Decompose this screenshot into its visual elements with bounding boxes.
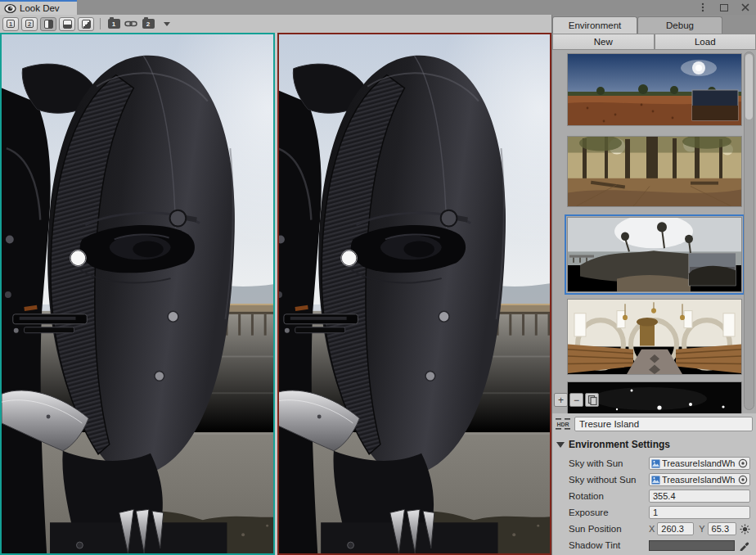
render-scene-2 — [279, 34, 551, 553]
x-axis-label: X — [649, 524, 655, 534]
sky-with-sun-label: Sky with Sun — [569, 458, 649, 468]
toolbar-separator — [100, 18, 101, 29]
environment-panel: Environment Debug New Load — [551, 15, 756, 555]
render-view-2[interactable] — [277, 33, 552, 555]
tab-environment-label: Environment — [569, 20, 622, 30]
sun-icon — [740, 524, 750, 535]
exposure-field[interactable]: 1 — [649, 506, 750, 519]
rotation-label: Rotation — [569, 491, 649, 501]
env-list-scrollbar[interactable] — [744, 52, 754, 410]
env-thumbnail-desert-sun[interactable] — [568, 54, 741, 125]
eyedropper-icon — [739, 540, 749, 551]
render-view-1[interactable] — [0, 33, 275, 555]
scrollbar-thumb[interactable] — [745, 54, 753, 120]
window-title: Look Dev — [20, 3, 60, 13]
camera-2-button[interactable]: 2 — [141, 17, 155, 31]
split-diagonal-icon — [82, 20, 91, 29]
sky-without-sun-object-field[interactable]: TreasureIslandWh — [649, 473, 750, 486]
link-cameras-button[interactable] — [124, 17, 138, 31]
forest-hdri-preview — [568, 137, 741, 206]
render-scene-1 — [2, 34, 273, 553]
link-icon — [124, 20, 137, 28]
camera-1-button[interactable]: 1 — [106, 17, 121, 31]
environment-settings-header[interactable]: Environment Settings — [556, 439, 670, 450]
tab-environment[interactable]: Environment — [552, 16, 637, 34]
sun-position-x-field[interactable]: 260.3 — [657, 522, 694, 535]
window-menu-icon[interactable] — [697, 2, 709, 13]
desert-hdri-preview — [568, 54, 741, 125]
chevron-down-icon — [164, 22, 170, 26]
eyedropper-button[interactable] — [738, 539, 750, 552]
lookdev-viewport — [0, 33, 551, 555]
foldout-triangle-icon — [556, 442, 565, 448]
sun-position-row: Sun Position X 260.3 Y 65.3 — [569, 521, 750, 536]
y-axis-label: Y — [699, 524, 704, 534]
camera-1-icon: 1 — [108, 19, 120, 29]
sun-picker-button[interactable] — [740, 523, 750, 535]
shadow-tint-color-swatch[interactable] — [649, 540, 735, 551]
eye-icon — [4, 4, 16, 13]
close-icon[interactable] — [740, 2, 751, 13]
single-view-2-button[interactable]: 2 — [21, 17, 38, 31]
add-environment-button[interactable]: + — [554, 393, 568, 407]
single-view-1-button[interactable]: 1 — [2, 17, 19, 31]
window-tab-lookdev[interactable]: Look Dev — [0, 0, 77, 15]
view-2-number-icon: 2 — [25, 20, 34, 28]
maximize-icon[interactable] — [718, 2, 730, 13]
duplicate-icon — [587, 395, 597, 405]
sun-position-y-field[interactable]: 65.3 — [708, 522, 736, 535]
shadow-tint-label: Shadow Tint — [569, 540, 649, 550]
tab-debug[interactable]: Debug — [637, 16, 722, 34]
lookdev-toolbar: 1 2 1 — [0, 15, 551, 33]
object-picker-icon[interactable] — [738, 458, 748, 468]
cubemap-texture-icon — [651, 476, 660, 485]
camera-dropdown-button[interactable] — [158, 17, 173, 31]
env-list-toolbar: + − — [554, 393, 599, 407]
view-1-number-icon: 1 — [7, 20, 15, 28]
camera-2-icon: 2 — [142, 19, 155, 29]
duplicate-environment-button[interactable] — [585, 393, 599, 407]
rotation-row: Rotation 355.4 — [569, 489, 750, 503]
sky-without-sun-row: Sky without Sun TreasureIslandWh — [569, 472, 750, 487]
hdr-name-field[interactable]: Tresure Island — [574, 417, 753, 431]
hdr-badge-icon: HDR — [555, 417, 571, 431]
minus-icon: − — [574, 395, 579, 405]
tab-debug-label: Debug — [666, 20, 694, 30]
env-thumbnail-church[interactable] — [568, 300, 741, 374]
split-diagonal-button[interactable] — [78, 17, 94, 31]
plus-icon: + — [558, 395, 564, 405]
split-horizontal-icon — [63, 20, 72, 29]
split-vertical-button[interactable] — [40, 17, 56, 31]
remove-environment-button[interactable]: − — [569, 393, 583, 407]
lookdev-window: Look Dev 1 2 — [0, 0, 756, 555]
split-vertical-icon — [44, 20, 53, 29]
window-controls — [697, 0, 751, 15]
environment-settings: HDR Tresure Island Environment Settings … — [552, 413, 756, 555]
rotation-field[interactable]: 355.4 — [649, 490, 750, 503]
environment-list: + − — [552, 50, 756, 413]
exposure-label: Exposure — [569, 508, 649, 517]
sky-with-sun-object-field[interactable]: TreasureIslandWh — [649, 457, 750, 470]
env-thumbnail-treasure-island[interactable] — [568, 218, 741, 291]
title-bar: Look Dev — [0, 0, 756, 15]
split-horizontal-button[interactable] — [59, 17, 75, 31]
sky-with-sun-row: Sky with Sun TreasureIslandWh — [569, 456, 750, 471]
panel-actions: New Load — [552, 34, 756, 50]
env-thumbnail-forest[interactable] — [568, 137, 741, 206]
panel-tabs: Environment Debug — [552, 15, 756, 34]
object-picker-icon[interactable] — [738, 475, 748, 485]
new-button[interactable]: New — [552, 34, 655, 50]
shadow-tint-row: Shadow Tint — [569, 538, 750, 553]
church-hdri-preview — [568, 300, 741, 374]
load-button[interactable]: Load — [655, 34, 756, 50]
tab-strip-filler — [722, 15, 756, 34]
exposure-row: Exposure 1 — [569, 505, 750, 520]
svg-text:HDR: HDR — [556, 422, 569, 427]
cubemap-texture-icon — [651, 459, 660, 468]
island-hdri-preview — [568, 218, 741, 291]
sun-position-label: Sun Position — [569, 524, 649, 534]
sky-without-sun-label: Sky without Sun — [569, 475, 649, 485]
